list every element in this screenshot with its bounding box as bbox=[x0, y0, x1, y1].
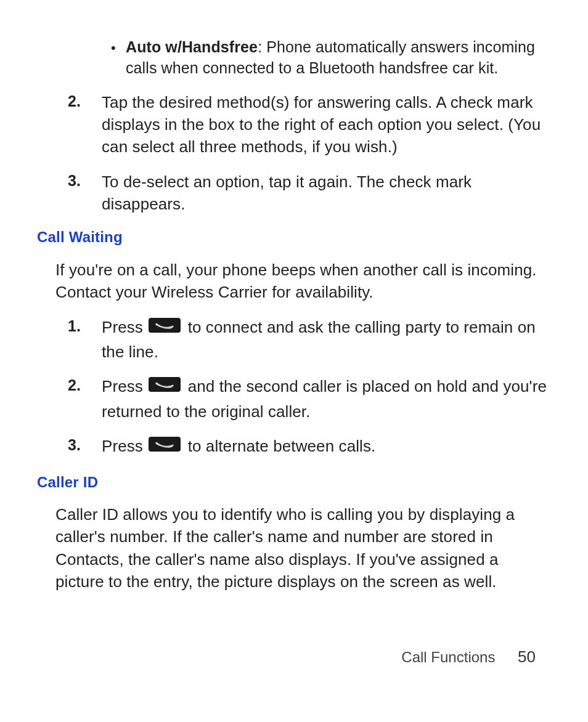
text-post: to alternate between calls. bbox=[188, 437, 376, 455]
svg-rect-1 bbox=[149, 377, 181, 392]
text-pre: Press bbox=[102, 318, 147, 336]
heading-caller-id: Caller ID bbox=[37, 473, 551, 492]
page-footer: Call Functions 50 bbox=[401, 647, 536, 667]
step-3: 3. To de-select an option, tap it again.… bbox=[68, 171, 551, 216]
page-content: • Auto w/Handsfree: Phone automatically … bbox=[37, 37, 551, 593]
step-text: Press and the second caller is placed on… bbox=[102, 375, 551, 423]
step-number: 3. bbox=[68, 435, 102, 456]
text-pre: Press bbox=[102, 437, 147, 455]
phone-key-icon bbox=[149, 435, 181, 457]
svg-rect-0 bbox=[149, 318, 181, 333]
text-pre: Press bbox=[102, 377, 147, 395]
step-number: 3. bbox=[68, 171, 102, 192]
manual-page: • Auto w/Handsfree: Phone automatically … bbox=[0, 0, 588, 722]
heading-call-waiting: Call Waiting bbox=[37, 227, 551, 247]
cw-step-3: 3. Press to alternate between calls. bbox=[68, 435, 551, 460]
call-waiting-intro: If you're on a call, your phone beeps wh… bbox=[55, 259, 551, 304]
footer-section: Call Functions bbox=[401, 649, 495, 665]
phone-key-icon bbox=[149, 375, 181, 397]
page-number: 50 bbox=[518, 647, 536, 667]
step-text: Press to connect and ask the calling par… bbox=[102, 316, 551, 363]
step-text: Tap the desired method(s) for answering … bbox=[102, 91, 551, 158]
bullet-item-auto-handsfree: • Auto w/Handsfree: Phone automatically … bbox=[111, 37, 551, 79]
svg-rect-2 bbox=[149, 437, 181, 452]
cw-step-1: 1. Press to connect and ask the calling … bbox=[68, 316, 551, 363]
step-number: 2. bbox=[68, 91, 102, 112]
step-number: 1. bbox=[68, 316, 102, 337]
step-text: Press to alternate between calls. bbox=[102, 435, 551, 460]
step-number: 2. bbox=[68, 375, 102, 396]
bullet-text: Auto w/Handsfree: Phone automatically an… bbox=[126, 37, 551, 79]
bullet-marker: • bbox=[111, 37, 126, 58]
step-text: To de-select an option, tap it again. Th… bbox=[102, 171, 551, 216]
cw-step-2: 2. Press and the second caller is placed… bbox=[68, 375, 551, 423]
bullet-title: Auto w/Handsfree bbox=[126, 38, 258, 55]
step-2: 2. Tap the desired method(s) for answeri… bbox=[68, 91, 551, 158]
phone-key-icon bbox=[149, 316, 181, 338]
caller-id-body: Caller ID allows you to identify who is … bbox=[55, 503, 551, 593]
